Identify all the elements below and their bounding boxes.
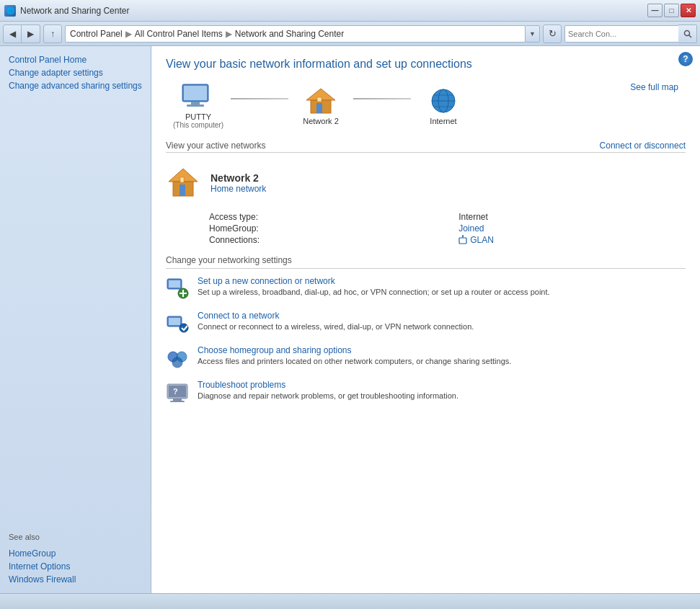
breadcrumb-item-0[interactable]: Control Panel [70,29,123,39]
svg-rect-5 [187,105,204,107]
svg-rect-28 [169,318,180,325]
network-line-1 [231,98,288,99]
nav-buttons[interactable]: ◀ ▶ [3,25,40,43]
sidebar-item-control-panel-home[interactable]: Control Panel Home [0,53,151,66]
setting-item-troubleshoot: ? Troubleshoot problems Diagnose and rep… [166,380,686,404]
see-also-title: See also [0,527,151,547]
breadcrumb-item-2[interactable]: Network and Sharing Center [235,29,344,39]
svg-rect-3 [184,86,207,100]
troubleshoot-link[interactable]: Troubleshoot problems [198,380,686,390]
connect-network-icon [166,312,189,335]
svg-rect-23 [169,280,180,288]
window-title: Network and Sharing Center [20,6,129,16]
minimize-button[interactable]: — [647,4,663,17]
svg-rect-4 [191,102,200,105]
up-button[interactable]: ↑ [43,25,62,43]
new-connection-content: Set up a new connection or network Set u… [198,276,686,296]
network-card-info: Network 2 Home network [211,172,686,194]
access-type-label: Access type: [209,212,451,222]
troubleshoot-content: Troubleshoot problems Diagnose and repai… [198,380,686,400]
new-connection-icon [166,277,189,301]
active-network-type[interactable]: Home network [211,184,686,194]
sidebar-item-internet-options[interactable]: Internet Options [0,560,151,573]
computer-name: PUTTY [185,112,211,121]
maximize-button[interactable]: □ [664,4,679,17]
back-button[interactable]: ◀ [3,25,22,43]
troubleshoot-icon: ? [166,381,189,404]
network-node: Network 2 [288,86,353,125]
svg-rect-18 [180,177,184,182]
homegroup-desc: Access files and printers located on oth… [198,357,686,365]
setting-item-homegroup: Choose homegroup and sharing options Acc… [166,345,686,370]
search-button[interactable] [678,25,697,43]
refresh-button[interactable]: ↻ [543,25,562,43]
connect-network-link[interactable]: Connect to a network [198,311,686,321]
svg-rect-36 [170,401,185,402]
internet-label: Internet [430,117,456,125]
network-name: Network 2 [303,117,339,125]
svg-rect-8 [316,103,322,113]
connections-label: Connections: [209,235,451,245]
globe-icon [425,86,461,115]
setting-item-connect-network: Connect to a network Connect or reconnec… [166,311,686,335]
homegroup-label: HomeGroup: [209,223,451,234]
settings-section: Change your networking settings Set up a… [166,255,686,404]
breadcrumb: Control Panel ▶ All Control Panel Items … [65,25,526,43]
house-icon [303,86,339,115]
svg-rect-35 [173,399,182,401]
title-bar-left: 🌐 Network and Sharing Center [4,5,129,17]
network-map: PUTTY (This computer) Network 2 [166,82,686,129]
internet-node: Internet [411,86,476,125]
homegroup-icon [166,347,189,370]
connect-disconnect-link[interactable]: Connect or disconnect [600,141,686,151]
close-button[interactable]: ✕ [681,4,696,17]
see-full-map-link[interactable]: See full map [630,82,678,92]
network-line-2 [353,98,411,99]
sidebar-item-windows-firewall[interactable]: Windows Firewall [0,573,151,586]
connections-value[interactable]: GLAN [458,235,686,245]
sidebar: Control Panel Home Change adapter settin… [0,46,151,593]
active-networks-title: View your active networks [166,141,266,151]
computer-sublabel: (This computer) [173,121,223,129]
window-controls[interactable]: — □ ✕ [647,4,696,17]
computer-icon [180,82,216,111]
search-input[interactable] [564,25,680,43]
homegroup-link[interactable]: Choose homegroup and sharing options [198,345,686,355]
forward-button[interactable]: ▶ [22,25,40,43]
connect-network-desc: Connect or reconnect to a wireless, wire… [198,322,686,331]
svg-rect-19 [459,238,466,244]
active-networks-header: View your active networks Connect or dis… [166,141,686,153]
sidebar-item-homegroup[interactable]: HomeGroup [0,547,151,560]
main-layout: Control Panel Home Change adapter settin… [0,46,700,593]
address-bar: ◀ ▶ ↑ Control Panel ▶ All Control Panel … [0,22,700,46]
title-bar: 🌐 Network and Sharing Center — □ ✕ [0,0,700,22]
active-network-card: Network 2 Home network [166,160,686,206]
svg-line-1 [688,35,691,37]
window-icon: 🌐 [4,5,16,17]
homegroup-value[interactable]: Joined [458,223,686,234]
help-icon[interactable]: ? [678,52,693,66]
breadcrumb-item-1[interactable]: All Control Panel Items [135,29,223,39]
svg-point-32 [172,357,182,368]
troubleshoot-desc: Diagnose and repair network problems, or… [198,391,686,400]
network-details: Access type: Internet HomeGroup: Joined … [209,212,686,245]
svg-rect-17 [180,185,185,196]
new-connection-link[interactable]: Set up a new connection or network [198,276,686,286]
connect-network-content: Connect to a network Connect or reconnec… [198,311,686,331]
sidebar-item-change-adapter[interactable]: Change adapter settings [0,66,151,79]
page-title: View your basic network information and … [166,58,686,71]
svg-point-20 [462,235,464,236]
active-network-name: Network 2 [211,172,686,184]
svg-point-0 [684,30,689,35]
sidebar-item-change-advanced[interactable]: Change advanced sharing settings [0,79,151,92]
setting-item-new-connection: Set up a new connection or network Set u… [166,276,686,301]
svg-rect-9 [317,97,322,102]
svg-text:?: ? [173,387,178,396]
access-type-value: Internet [458,212,686,222]
network-card-icon [166,166,200,200]
new-connection-desc: Set up a wireless, broadband, dial-up, a… [198,288,686,296]
content-area: ? View your basic network information an… [151,46,700,593]
breadcrumb-dropdown[interactable]: ▼ [526,25,540,43]
status-bar [0,593,700,609]
homegroup-content: Choose homegroup and sharing options Acc… [198,345,686,365]
